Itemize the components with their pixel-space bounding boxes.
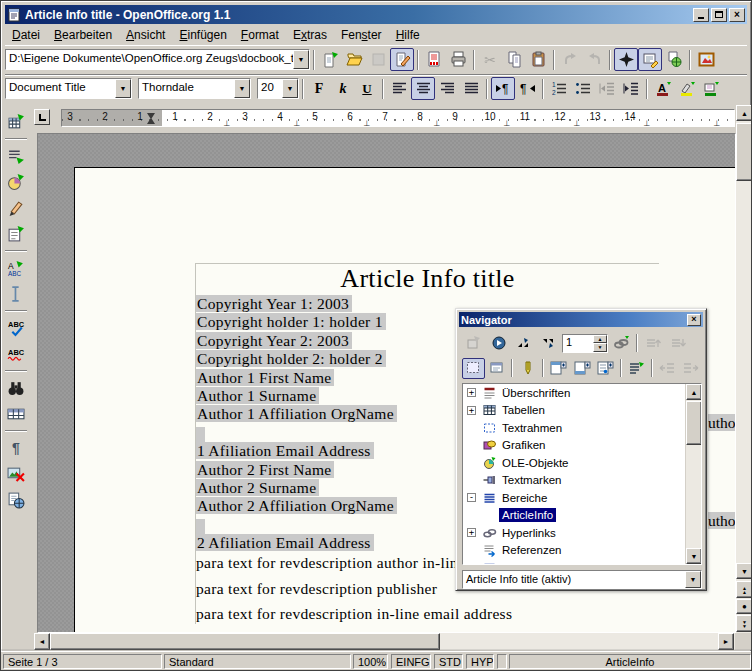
auto-spellcheck-button[interactable]: ABC — [3, 341, 29, 367]
paragraph-background-button[interactable] — [699, 77, 723, 100]
tree-item-sections[interactable]: - Bereiche — [463, 489, 701, 507]
document-selector-value[interactable]: Article Info title (aktiv) — [463, 571, 685, 588]
align-center-button[interactable] — [411, 77, 435, 100]
menu-item-einfügen[interactable]: Einfügen — [172, 26, 233, 44]
horizontal-scrollbar[interactable]: ◄ ► — [34, 633, 735, 650]
insert-table-button[interactable] — [3, 109, 29, 135]
url-dropdown-button[interactable]: ▼ — [293, 50, 309, 69]
scroll-up-button[interactable]: ▲ — [736, 105, 752, 121]
listbox-button[interactable] — [625, 358, 648, 379]
new-document-button[interactable] — [318, 48, 342, 71]
document-paragraph[interactable]: para text for revdescription in-line ema… — [196, 605, 659, 623]
menu-item-format[interactable]: Format — [234, 26, 286, 44]
decrease-indent-button[interactable] — [595, 77, 619, 100]
autotext-button[interactable]: AABC — [3, 255, 29, 281]
page-status[interactable]: Seite 1 / 3 — [3, 654, 162, 669]
insert-mode-status[interactable]: EINFG — [391, 654, 431, 669]
horizontal-scroll-thumb[interactable] — [50, 633, 440, 650]
scroll-right-button[interactable]: ► — [718, 633, 734, 650]
tab-type-selector[interactable] — [34, 109, 50, 125]
print-button[interactable] — [446, 48, 470, 71]
navigation-dot-button[interactable]: ● — [736, 599, 752, 614]
spellcheck-button[interactable]: ABC — [3, 315, 29, 341]
expand-toggle[interactable]: - — [467, 493, 476, 502]
expand-toggle[interactable]: + — [467, 528, 476, 537]
next-page-button[interactable]: ▼▼ — [736, 615, 752, 632]
tree-item-graphics[interactable]: Grafiken — [463, 437, 701, 455]
scroll-left-button[interactable]: ◄ — [34, 633, 50, 650]
menu-item-hilfe[interactable]: Hilfe — [389, 26, 427, 44]
form-functions-button[interactable] — [3, 221, 29, 247]
footer-button[interactable] — [571, 358, 594, 379]
vertical-scrollbar[interactable]: ▲ ▼ ▲▲ ● ▼▼ — [736, 105, 752, 633]
undo-button[interactable] — [558, 48, 582, 71]
anchor-button[interactable] — [516, 358, 539, 379]
previous-page-button[interactable]: ▲▲ — [736, 581, 752, 598]
tree-scrollbar[interactable]: ▲ ▼ — [685, 384, 701, 564]
document-title[interactable]: Article Info title — [196, 264, 659, 295]
tree-scroll-down-button[interactable]: ▼ — [686, 548, 702, 564]
paragraph-style-value[interactable]: Document Title — [6, 79, 115, 98]
direct-cursor-button[interactable] — [3, 281, 29, 307]
gallery-button[interactable] — [694, 48, 718, 71]
navigator-title-bar[interactable]: Navigator × — [459, 312, 703, 327]
paragraph-style-dropdown[interactable]: ▼ — [115, 79, 131, 98]
expand-toggle[interactable]: + — [467, 406, 476, 415]
tree-item-ole-objects[interactable]: OLE-Objekte — [463, 454, 701, 472]
menu-item-datei[interactable]: Datei — [5, 26, 47, 44]
scroll-down-button[interactable]: ▼ — [736, 563, 752, 579]
tree-item-articleinfo[interactable]: ArticleInfo — [463, 507, 701, 525]
tree-item-indexes[interactable]: Verzeichnisse — [463, 559, 701, 565]
hyperlink-mode-status[interactable]: HYP — [466, 654, 494, 669]
menu-item-ansicht[interactable]: Ansicht — [119, 26, 172, 44]
minimize-button[interactable] — [693, 8, 709, 22]
font-name-value[interactable]: Thorndale — [139, 79, 234, 98]
save-button[interactable] — [366, 48, 390, 71]
align-left-button[interactable] — [387, 77, 411, 100]
tree-item-headings[interactable]: + Überschriften — [463, 384, 701, 402]
tree-scroll-up-button[interactable]: ▲ — [686, 384, 702, 400]
spin-up-button[interactable]: ▲ — [593, 335, 607, 344]
tree-item-hyperlinks[interactable]: + Hyperlinks — [463, 524, 701, 542]
zoom-status[interactable]: 100% — [353, 654, 388, 669]
increase-indent-button[interactable] — [619, 77, 643, 100]
tree-item-bookmarks[interactable]: Textmarken — [463, 472, 701, 490]
header-button[interactable] — [547, 358, 570, 379]
copy-button[interactable] — [502, 48, 526, 71]
title-bar[interactable]: Article Info title - OpenOffice.org 1.1 … — [5, 5, 747, 24]
spin-down-button[interactable]: ▼ — [593, 343, 607, 352]
find-replace-button[interactable] — [3, 375, 29, 401]
bullet-list-button[interactable] — [571, 77, 595, 100]
page-number-value[interactable]: 1 — [563, 335, 593, 352]
menu-item-extras[interactable]: Extras — [286, 26, 334, 44]
open-button[interactable] — [342, 48, 366, 71]
bold-button[interactable]: F — [307, 77, 331, 100]
set-reminder-button[interactable] — [486, 358, 509, 379]
stylist-toggle-button[interactable] — [638, 48, 662, 71]
online-layout-button[interactable] — [3, 487, 29, 513]
insert-object-button[interactable] — [3, 169, 29, 195]
demote-level-button[interactable] — [679, 358, 702, 379]
previous-button[interactable] — [512, 333, 536, 354]
italic-button[interactable]: k — [331, 77, 355, 100]
font-size-value[interactable]: 20 — [258, 79, 282, 98]
justify-button[interactable] — [459, 77, 483, 100]
chapter-down-button[interactable] — [666, 333, 690, 354]
tree-item-text-frames[interactable]: Textrahmen — [463, 419, 701, 437]
export-pdf-button[interactable] — [422, 48, 446, 71]
horizontal-ruler[interactable]: 3211234567891011121314⊥⊥⊥⊥⊥⊥⊥⊥ — [61, 109, 735, 127]
navigation-button[interactable] — [487, 333, 511, 354]
promote-level-button[interactable] — [656, 358, 679, 379]
toggle-button[interactable] — [462, 333, 486, 354]
left-to-right-button[interactable]: ¶ — [491, 77, 515, 100]
url-input[interactable]: D:\Eigene Dokumente\OpenOffice.org Zeugs… — [6, 50, 293, 69]
page-style-status[interactable]: Standard — [164, 654, 351, 669]
right-to-left-button[interactable]: ¶ — [515, 77, 539, 100]
drag-mode-button[interactable] — [609, 333, 633, 354]
navigator-tree[interactable]: + Überschriften + Tabellen Textrahmen Gr… — [462, 383, 702, 565]
content-view-button[interactable] — [462, 358, 485, 379]
align-right-button[interactable] — [435, 77, 459, 100]
next-button[interactable] — [537, 333, 561, 354]
menu-item-bearbeiten[interactable]: Bearbeiten — [47, 26, 119, 44]
menu-item-fenster[interactable]: Fenster — [334, 26, 389, 44]
